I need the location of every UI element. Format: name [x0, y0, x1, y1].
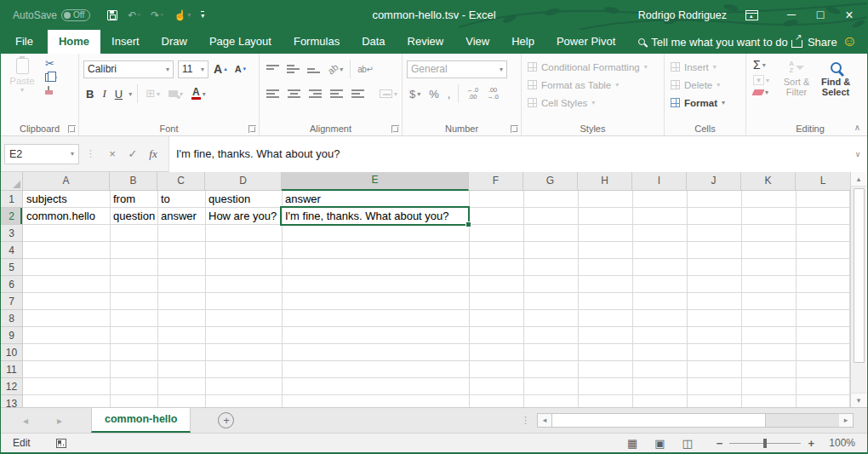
number-dialog-launcher-icon[interactable] [511, 125, 518, 133]
row-header-2-selected[interactable]: 2 [1, 208, 22, 225]
column-header-j[interactable]: J [687, 172, 741, 191]
horizontal-scroll-thumb[interactable] [551, 414, 766, 427]
format-cells-button[interactable]: Format ▾ [669, 94, 741, 112]
column-header-c[interactable]: C [157, 172, 205, 191]
feedback-smiley-icon[interactable]: ☺ [842, 30, 857, 54]
row-header-1[interactable]: 1 [1, 191, 22, 208]
align-middle-button[interactable] [284, 64, 302, 74]
row-header-10[interactable]: 10 [1, 344, 22, 361]
enter-entry-button[interactable]: ✓ [123, 147, 143, 160]
redo-button[interactable]: ↷▾ [147, 8, 167, 23]
column-header-h[interactable]: H [578, 172, 632, 191]
customize-qat-button[interactable]: ▾ [197, 9, 208, 20]
column-header-d[interactable]: D [205, 172, 282, 191]
wrap-text-button[interactable]: ab↵ [355, 64, 375, 75]
tab-insert[interactable]: Insert [100, 30, 151, 54]
orientation-button[interactable]: ab▾ [325, 63, 345, 75]
font-name-select[interactable]: Calibri▾ [83, 60, 174, 78]
expand-formula-bar-icon[interactable]: ∨ [848, 136, 867, 172]
cell-c1[interactable]: to [157, 191, 205, 208]
align-top-button[interactable] [264, 64, 282, 74]
delete-cells-button[interactable]: Delete ▾ [669, 76, 741, 94]
column-header-l[interactable]: L [796, 172, 850, 191]
increase-indent-button[interactable] [349, 89, 367, 99]
zoom-out-icon[interactable]: − [717, 437, 723, 450]
conditional-formatting-button[interactable]: Conditional Formatting ▾ [526, 58, 660, 76]
cell-a1[interactable]: subjects [23, 191, 110, 208]
ribbon-display-options-icon[interactable] [745, 10, 758, 20]
percent-style-button[interactable]: % [426, 87, 442, 101]
column-header-b[interactable]: B [110, 172, 157, 191]
row-header-4[interactable]: 4 [1, 242, 22, 259]
decrease-decimal-button[interactable]: .00 →.0 [484, 86, 501, 101]
tab-bar-resize-handle[interactable]: ⋮ [521, 415, 530, 426]
zoom-slider[interactable] [729, 443, 801, 444]
align-center-button[interactable] [285, 89, 303, 99]
tab-page-layout[interactable]: Page Layout [198, 30, 283, 54]
scroll-left-icon[interactable]: ◂ [538, 414, 551, 427]
underline-caret-icon[interactable]: ▾ [128, 90, 132, 98]
cut-button[interactable]: ✂ [43, 58, 60, 70]
sheet-nav-right-icon[interactable]: ▸ [50, 415, 69, 427]
clear-button[interactable]: ▾ [751, 88, 772, 97]
zoom-level[interactable]: 100% [814, 437, 855, 449]
column-header-i[interactable]: I [632, 172, 687, 191]
alignment-dialog-launcher-icon[interactable] [391, 125, 399, 133]
minimize-button[interactable]: ─ [777, 0, 806, 30]
undo-button[interactable]: ↶▾ [124, 8, 144, 23]
number-format-select[interactable]: General▾ [407, 60, 507, 78]
cell-d2[interactable]: How are you? [205, 208, 282, 225]
scroll-up-icon[interactable]: ▴ [851, 172, 866, 187]
scroll-down-icon[interactable]: ▾ [851, 393, 866, 407]
tab-review[interactable]: Review [397, 30, 455, 54]
tab-power-pivot[interactable]: Power Pivot [545, 30, 626, 54]
horizontal-scrollbar[interactable]: ◂ ▸ [537, 413, 854, 428]
collapse-ribbon-icon[interactable]: ∧ [854, 123, 860, 132]
normal-view-icon[interactable]: ▦ [627, 437, 637, 450]
new-sheet-button[interactable]: + [218, 412, 234, 428]
user-name[interactable]: Rodrigo Rodriguez [638, 9, 727, 21]
fill-button[interactable]: ▾▾ [751, 74, 772, 86]
grid-body[interactable]: 1 2 3 4 5 6 7 8 9 10 11 12 13 subjects f… [1, 191, 850, 407]
find-select-button[interactable]: Find & Select [816, 58, 855, 97]
row-header-8[interactable]: 8 [1, 310, 22, 327]
merge-center-button[interactable]: ▾ [377, 89, 400, 99]
italic-button[interactable]: I [100, 86, 108, 101]
horizontal-scroll-track[interactable] [766, 414, 839, 427]
zoom-in-icon[interactable]: + [808, 437, 814, 450]
tab-draw[interactable]: Draw [151, 30, 198, 54]
comma-style-button[interactable]: , [445, 87, 454, 101]
font-color-button[interactable]: A▾ [189, 87, 208, 101]
align-bottom-button[interactable] [305, 64, 323, 74]
align-left-button[interactable] [264, 89, 282, 99]
column-header-a[interactable]: A [23, 172, 110, 191]
insert-cells-button[interactable]: Insert ▾ [669, 58, 741, 76]
row-header-7[interactable]: 7 [1, 293, 22, 310]
touch-mouse-mode-button[interactable]: ☝▾ [170, 8, 194, 23]
row-header-3[interactable]: 3 [1, 225, 22, 242]
accounting-format-button[interactable]: $▾ [407, 87, 423, 101]
font-dialog-launcher-icon[interactable] [248, 125, 256, 133]
sheet-nav-left-icon[interactable]: ◂ [16, 415, 35, 427]
select-all-corner[interactable] [1, 172, 23, 191]
tell-me-search[interactable]: Tell me what you want to do [638, 30, 787, 54]
column-header-e-selected[interactable]: E [282, 172, 469, 191]
copy-button[interactable]: ▾ [43, 72, 60, 83]
tab-file[interactable]: File [1, 30, 48, 54]
vertical-scrollbar[interactable]: ▴ ▾ [850, 172, 866, 407]
tab-data[interactable]: Data [351, 30, 396, 54]
paste-button[interactable]: Paste ▾ [5, 58, 39, 95]
format-as-table-button[interactable]: Format as Table ▾ [526, 76, 660, 94]
tab-view[interactable]: View [454, 30, 500, 54]
autosave-toggle[interactable]: AutoSave Off [13, 9, 90, 21]
macro-record-icon[interactable] [56, 439, 66, 448]
format-painter-button[interactable] [43, 85, 60, 95]
font-size-select[interactable]: 11▾ [178, 60, 208, 78]
page-break-view-icon[interactable]: ◫ [682, 437, 693, 450]
fill-color-button[interactable]: ▾ [166, 89, 186, 99]
column-header-g[interactable]: G [523, 172, 578, 191]
tab-formulas[interactable]: Formulas [283, 30, 351, 54]
borders-button[interactable]: ⊞▾ [143, 88, 163, 100]
row-header-11[interactable]: 11 [1, 361, 22, 378]
formula-input[interactable]: I'm fine, thanks. What about you? [168, 136, 848, 172]
